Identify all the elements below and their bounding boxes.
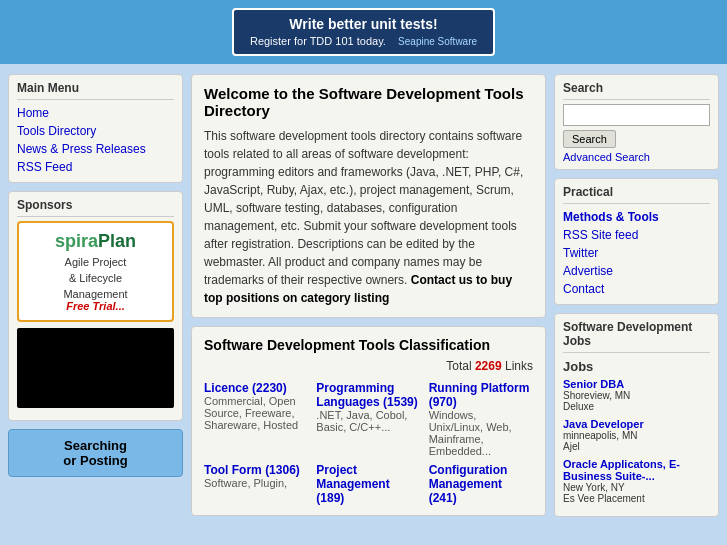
nav-rss[interactable]: RSS Feed: [17, 158, 174, 176]
classif-cell-1: Programming Languages (1539) .NET, Java,…: [316, 381, 420, 457]
rss-site-feed-link[interactable]: RSS Site feed: [563, 226, 710, 244]
classif-cell-5: Configuration Management (241): [429, 463, 533, 505]
job-loc-2: New York, NY: [563, 482, 710, 493]
search-button[interactable]: Search: [563, 130, 616, 148]
classif-link-3[interactable]: Tool Form (1306): [204, 463, 300, 477]
sponsors-title: Sponsors: [17, 198, 174, 217]
classif-link-5[interactable]: Configuration Management (241): [429, 463, 508, 505]
sponsors-box: Sponsors spiraPlan Agile Project & Lifec…: [8, 191, 183, 421]
searching-line2: or Posting: [13, 453, 178, 468]
jobs-section-title: Software Development Jobs: [563, 320, 710, 353]
practical-title: Practical: [563, 185, 710, 204]
job-loc-1: minneapolis, MN: [563, 430, 710, 441]
banner-headline: Write better unit tests!: [289, 16, 437, 32]
nav-news[interactable]: News & Press Releases: [17, 140, 174, 158]
searching-posting-box[interactable]: Searching or Posting: [8, 429, 183, 477]
sponsor-logo: spiraPlan: [25, 231, 166, 252]
job-item-0: Senior DBA Shoreview, MN Deluxe: [563, 378, 710, 412]
job-title-2[interactable]: Oracle Applicatons, E-Business Suite-...: [563, 458, 710, 482]
main-menu-box: Main Menu Home Tools Directory News & Pr…: [8, 74, 183, 183]
job-item-1: Java Developer minneapolis, MN Ajel: [563, 418, 710, 452]
job-loc-0: Shoreview, MN: [563, 390, 710, 401]
classif-body-2: Windows, Unix/Linux, Web, Mainframe, Emb…: [429, 409, 533, 457]
main-menu-title: Main Menu: [17, 81, 174, 100]
classif-cell-2: Running Platform (970) Windows, Unix/Lin…: [429, 381, 533, 457]
classification-title: Software Development Tools Classificatio…: [204, 337, 533, 353]
methods-tools-link[interactable]: Methods & Tools: [563, 208, 710, 226]
job-company-1: Ajel: [563, 441, 710, 452]
job-company-0: Deluxe: [563, 401, 710, 412]
sponsor-ad-1[interactable]: spiraPlan Agile Project & Lifecycle Mana…: [17, 221, 174, 322]
classif-link-0[interactable]: Licence (2230): [204, 381, 287, 395]
classif-body-3: Software, Plugin,: [204, 477, 308, 489]
searching-line1: Searching: [13, 438, 178, 453]
classif-link-1[interactable]: Programming Languages (1539): [316, 381, 417, 409]
nav-tools-directory[interactable]: Tools Directory: [17, 122, 174, 140]
left-column: Main Menu Home Tools Directory News & Pr…: [8, 74, 183, 525]
job-title-0[interactable]: Senior DBA: [563, 378, 710, 390]
welcome-text: This software development tools director…: [204, 127, 533, 307]
advanced-search-link[interactable]: Advanced Search: [563, 151, 710, 163]
banner: Write better unit tests! Register for TD…: [0, 0, 727, 64]
classif-cell-3: Tool Form (1306) Software, Plugin,: [204, 463, 308, 505]
welcome-box: Welcome to the Software Development Tool…: [191, 74, 546, 318]
sponsor-desc2: & Lifecycle: [25, 272, 166, 284]
job-title-1[interactable]: Java Developer: [563, 418, 710, 430]
classif-link-2[interactable]: Running Platform (970): [429, 381, 530, 409]
sponsor-desc1: Agile Project: [25, 256, 166, 268]
total-line: Total 2269 Links: [204, 359, 533, 373]
jobs-label: Jobs: [563, 359, 710, 374]
twitter-link[interactable]: Twitter: [563, 244, 710, 262]
classif-cell-0: Licence (2230) Commercial, Open Source, …: [204, 381, 308, 457]
classification-box: Software Development Tools Classificatio…: [191, 326, 546, 516]
job-company-2: Es Vee Placement: [563, 493, 710, 504]
banner-subline: Register for TDD 101 today. Seapine Soft…: [250, 35, 477, 47]
banner-brand: Seapine Software: [398, 36, 477, 47]
search-title: Search: [563, 81, 710, 100]
practical-box: Practical Methods & Tools RSS Site feed …: [554, 178, 719, 305]
main-wrapper: Main Menu Home Tools Directory News & Pr…: [0, 64, 727, 535]
classification-grid: Licence (2230) Commercial, Open Source, …: [204, 381, 533, 505]
total-count: 2269: [475, 359, 502, 373]
welcome-title: Welcome to the Software Development Tool…: [204, 85, 533, 119]
advertise-link[interactable]: Advertise: [563, 262, 710, 280]
center-column: Welcome to the Software Development Tool…: [191, 74, 546, 525]
contact-link[interactable]: Contact: [563, 280, 710, 298]
search-input[interactable]: [563, 104, 710, 126]
classif-body-1: .NET, Java, Cobol, Basic, C/C++...: [316, 409, 420, 433]
job-item-2: Oracle Applicatons, E-Business Suite-...…: [563, 458, 710, 504]
right-column: Search Search Advanced Search Practical …: [554, 74, 719, 525]
classif-link-4[interactable]: Project Management (189): [316, 463, 389, 505]
sponsor-desc3: Management: [25, 288, 166, 300]
nav-home[interactable]: Home: [17, 104, 174, 122]
banner-content: Write better unit tests! Register for TD…: [232, 8, 495, 56]
sponsor-free[interactable]: Free Trial...: [25, 300, 166, 312]
classif-cell-4: Project Management (189): [316, 463, 420, 505]
sponsor-ad-2[interactable]: [17, 328, 174, 408]
jobs-box: Software Development Jobs Jobs Senior DB…: [554, 313, 719, 517]
search-box: Search Search Advanced Search: [554, 74, 719, 170]
classif-body-0: Commercial, Open Source, Freeware, Share…: [204, 395, 308, 431]
